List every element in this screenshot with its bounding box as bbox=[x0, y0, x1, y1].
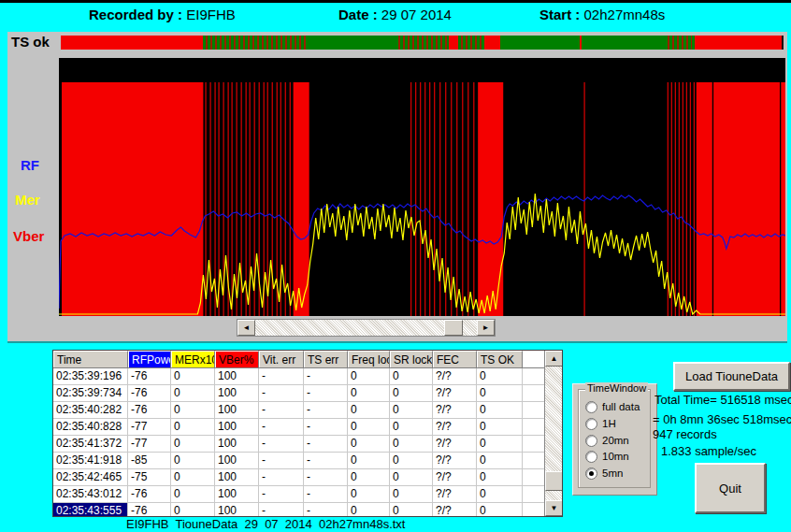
scroll-left-button[interactable]: ◄ bbox=[237, 320, 255, 336]
column-header-time[interactable]: Time bbox=[53, 351, 128, 367]
grid-scroll-thumb[interactable] bbox=[545, 471, 563, 491]
ts-fail-region bbox=[294, 82, 309, 316]
table-cell: 100 bbox=[215, 503, 259, 517]
ts-strip-segment-green bbox=[500, 36, 580, 50]
ts-strip-segment-red bbox=[449, 36, 458, 50]
column-header-ts-err[interactable]: TS err bbox=[304, 351, 348, 367]
table-cell: 02:35:40:828 bbox=[53, 419, 128, 435]
signal-chart bbox=[59, 58, 785, 316]
table-cell: 02:35:42:465 bbox=[53, 469, 128, 485]
table-cell: - bbox=[259, 453, 304, 468]
radio-10mn[interactable]: 10mn bbox=[585, 450, 629, 463]
table-cell: 02:35:43:555 bbox=[53, 503, 128, 517]
grid-scroll-down-button[interactable]: ▼ bbox=[545, 500, 563, 516]
table-cell: -76 bbox=[128, 486, 171, 502]
table-cell: 02:35:40:282 bbox=[53, 402, 128, 418]
radio-full-data[interactable]: full data bbox=[585, 400, 640, 413]
duration-text: = 0h 8mn 36sec 518msec bbox=[653, 412, 791, 426]
start-time: Start : 02h27mn48s bbox=[539, 7, 665, 22]
table-cell: ?/? bbox=[433, 436, 477, 452]
quit-button-label: Quit bbox=[719, 482, 741, 496]
data-grid: TimeRFPowerMERx10VBer%Vit. errTS errFreq… bbox=[52, 350, 563, 517]
column-header-freq-lock[interactable]: Freq lock bbox=[348, 351, 390, 367]
quit-button[interactable]: Quit bbox=[695, 463, 766, 513]
table-row[interactable]: 02:35:41:372-770100--00?/?0 bbox=[53, 436, 562, 453]
column-header-fec[interactable]: FEC bbox=[433, 351, 477, 367]
table-cell: 0 bbox=[348, 385, 390, 401]
load-tiounedata-button[interactable]: Load TiouneData bbox=[673, 362, 790, 391]
table-cell: -76 bbox=[128, 368, 171, 384]
table-cell: 100 bbox=[215, 402, 259, 418]
table-row[interactable]: 02:35:43:555-760100--00?/?0 bbox=[53, 503, 562, 517]
radio-20mn[interactable]: 20mn bbox=[585, 434, 629, 447]
ts-strip-segment-red bbox=[695, 36, 782, 50]
start-label: Start : bbox=[539, 7, 580, 22]
table-row[interactable]: 02:35:43:012-760100--00?/?0 bbox=[53, 486, 562, 503]
grid-vertical-scrollbar[interactable]: ▲ ▼ bbox=[544, 351, 562, 516]
table-cell: - bbox=[304, 503, 348, 517]
scroll-up-icon: ▲ bbox=[551, 354, 558, 363]
ts-fail-region bbox=[62, 82, 203, 316]
table-cell: - bbox=[304, 453, 348, 468]
vber-spike bbox=[424, 82, 425, 316]
column-header-rfpower[interactable]: RFPower bbox=[128, 351, 171, 367]
table-cell: 0 bbox=[348, 503, 390, 517]
grid-header-row: TimeRFPowerMERx10VBer%Vit. errTS errFreq… bbox=[53, 351, 562, 368]
h-scroll-thumb[interactable] bbox=[444, 320, 463, 336]
chart-horizontal-scrollbar[interactable]: ◄ ► bbox=[237, 319, 496, 337]
ts-strip-segment-red bbox=[61, 36, 203, 50]
vber-spike bbox=[451, 82, 452, 316]
table-cell: 02:35:39:196 bbox=[53, 368, 128, 384]
date-value: 29 07 2014 bbox=[381, 7, 452, 22]
table-cell: - bbox=[304, 402, 348, 418]
vber-spike bbox=[690, 82, 691, 316]
ts-strip-segment-mix bbox=[458, 36, 484, 50]
table-row[interactable]: 02:35:40:282-760100--00?/?0 bbox=[53, 402, 562, 419]
radio-selected-dot-icon bbox=[589, 471, 594, 476]
ts-strip-segment-green bbox=[309, 36, 396, 50]
radio-label: 10mn bbox=[602, 451, 629, 462]
table-cell: 0 bbox=[348, 402, 390, 418]
column-header-merx10[interactable]: MERx10 bbox=[171, 351, 215, 367]
table-cell: ?/? bbox=[433, 486, 477, 502]
column-header-ts-ok[interactable]: TS OK bbox=[477, 351, 523, 367]
table-cell: - bbox=[304, 436, 348, 452]
table-row[interactable]: 02:35:41:918-850100--00?/?0 bbox=[53, 453, 562, 469]
radio-label: 1H bbox=[602, 418, 616, 429]
table-cell: ?/? bbox=[433, 385, 477, 401]
table-cell: -76 bbox=[128, 503, 171, 517]
grid-scroll-up-button[interactable]: ▲ bbox=[545, 351, 563, 367]
table-cell: 100 bbox=[215, 419, 259, 435]
table-cell: 0 bbox=[348, 469, 390, 485]
table-cell: ?/? bbox=[433, 503, 477, 517]
table-cell: 0 bbox=[171, 402, 215, 418]
vber-spike bbox=[285, 82, 286, 316]
table-cell: 0 bbox=[390, 385, 433, 401]
column-header-vber-[interactable]: VBer% bbox=[215, 351, 259, 367]
table-cell: -76 bbox=[128, 402, 171, 418]
table-cell: 0 bbox=[171, 368, 215, 384]
table-cell: - bbox=[259, 385, 304, 401]
radio-5mn[interactable]: 5mn bbox=[585, 467, 623, 480]
signal-chart-svg bbox=[59, 58, 785, 316]
table-cell: 02:35:43:012 bbox=[53, 486, 128, 502]
table-cell: 0 bbox=[390, 453, 433, 468]
table-row[interactable]: 02:35:40:828-770100--00?/?0 bbox=[53, 419, 562, 436]
column-header-vit-err[interactable]: Vit. err bbox=[259, 351, 304, 367]
table-cell: 0 bbox=[348, 419, 390, 435]
table-cell: 02:35:41:918 bbox=[53, 453, 128, 468]
vber-spike bbox=[429, 82, 430, 316]
table-cell: - bbox=[259, 486, 304, 502]
table-cell: - bbox=[304, 419, 348, 435]
scroll-right-button[interactable]: ► bbox=[477, 320, 495, 336]
black-spike bbox=[712, 82, 713, 316]
table-cell: - bbox=[259, 368, 304, 384]
table-row[interactable]: 02:35:39:734-760100--00?/?0 bbox=[53, 385, 562, 402]
radio-label: 5mn bbox=[602, 467, 623, 479]
column-header-sr-lock[interactable]: SR lock bbox=[390, 351, 433, 367]
table-cell: 02:35:41:372 bbox=[53, 436, 128, 452]
table-row[interactable]: 02:35:42:465-750100--00?/?0 bbox=[53, 469, 562, 486]
vber-spike bbox=[231, 82, 232, 316]
radio-1H[interactable]: 1H bbox=[585, 417, 616, 430]
table-row[interactable]: 02:35:39:196-760100--00?/?0 bbox=[53, 368, 562, 385]
